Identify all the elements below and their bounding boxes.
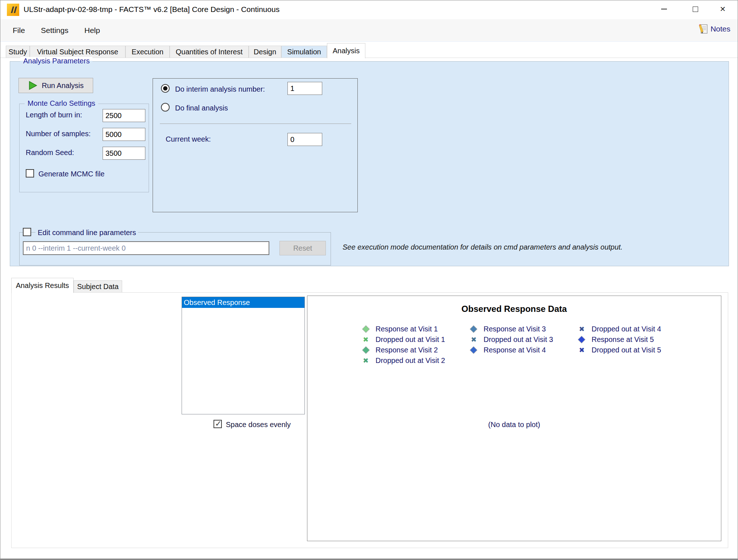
tab-page-border — [0, 58, 738, 58]
menu-settings[interactable]: Settings — [33, 24, 76, 37]
tab-subject-data[interactable]: Subject Data — [74, 280, 122, 293]
legend-label: Dropped out at Visit 3 — [484, 335, 553, 344]
chart-legend: Response at Visit 1 ✖ Dropped out at Vis… — [362, 325, 714, 364]
diamond-marker-icon — [470, 348, 478, 352]
space-doses-checkbox[interactable] — [213, 420, 222, 428]
random-seed-input[interactable] — [103, 147, 145, 160]
num-samples-input[interactable] — [103, 128, 145, 141]
interim-analysis-radio[interactable] — [161, 84, 170, 93]
tab-execution[interactable]: Execution — [125, 46, 170, 58]
diamond-marker-icon — [578, 337, 586, 342]
x-marker-icon: ✖ — [362, 357, 370, 364]
legend-label: Response at Visit 1 — [376, 325, 438, 333]
maximize-button[interactable] — [684, 0, 706, 18]
diamond-marker-icon — [362, 348, 370, 352]
cmdline-input[interactable] — [23, 241, 269, 255]
tab-design[interactable]: Design — [249, 46, 281, 58]
current-week-label: Current week: — [166, 135, 211, 143]
analysis-mode-panel — [153, 78, 358, 212]
run-analysis-label: Run Analysis — [42, 82, 84, 90]
x-marker-icon: ✖ — [470, 336, 478, 343]
mode-separator — [160, 124, 351, 124]
random-seed-label: Random Seed: — [26, 149, 74, 157]
observed-response-chart: Observed Response Data Response at Visit… — [307, 296, 721, 541]
legend-item: ✖ Dropped out at Visit 3 — [470, 335, 553, 343]
generate-mcmc-label: Generate MCMC file — [38, 170, 104, 178]
legend-item: ✖ Dropped out at Visit 2 — [362, 356, 445, 364]
x-marker-icon: ✖ — [578, 326, 586, 333]
reset-button[interactable]: Reset — [279, 241, 326, 255]
no-data-message: (No data to plot) — [307, 421, 721, 429]
legend-item: Response at Visit 5 — [578, 335, 661, 343]
space-doses-label: Space doses evenly — [226, 421, 291, 429]
current-week-input[interactable] — [287, 133, 322, 146]
results-listbox[interactable]: Observed Response — [182, 297, 305, 414]
reset-label: Reset — [293, 244, 312, 252]
menu-file[interactable]: File — [5, 24, 33, 37]
legend-label: Dropped out at Visit 4 — [592, 325, 661, 333]
window-title: ULStr-adapt-pv-02-98-tmp - FACTS™ v6.2 [… — [24, 5, 279, 14]
legend-column-3: ✖ Dropped out at Visit 4 Response at Vis… — [578, 325, 661, 364]
legend-item: Response at Visit 3 — [470, 325, 553, 333]
close-button[interactable]: ✕ — [712, 0, 734, 18]
tab-analysis-results[interactable]: Analysis Results — [11, 278, 74, 293]
tab-study[interactable]: Study — [6, 46, 30, 58]
list-item-observed-response[interactable]: Observed Response — [182, 297, 304, 308]
run-analysis-button[interactable]: Run Analysis — [18, 78, 93, 93]
notes-button[interactable]: Notes — [698, 24, 730, 34]
edit-cmdline-checkbox[interactable] — [23, 228, 31, 236]
burn-in-label: Length of burn in: — [26, 111, 82, 119]
legend-item: Response at Visit 4 — [470, 346, 553, 354]
legend-label: Response at Visit 5 — [592, 335, 654, 344]
tab-simulation[interactable]: Simulation — [281, 46, 327, 58]
x-marker-icon: ✖ — [362, 336, 370, 343]
notes-label: Notes — [710, 25, 730, 33]
analysis-parameters-label: Analysis Parameters — [20, 57, 92, 65]
tab-analysis[interactable]: Analysis — [327, 43, 365, 58]
diamond-marker-icon — [362, 327, 370, 331]
legend-label: Response at Visit 4 — [484, 346, 546, 354]
generate-mcmc-checkbox[interactable] — [26, 169, 34, 177]
legend-item: Response at Visit 1 — [362, 325, 445, 333]
application-window: ULStr-adapt-pv-02-98-tmp - FACTS™ v6.2 [… — [0, 0, 738, 560]
legend-label: Dropped out at Visit 1 — [376, 335, 445, 344]
legend-label: Response at Visit 2 — [376, 346, 438, 354]
menu-help[interactable]: Help — [76, 24, 108, 37]
x-marker-icon: ✖ — [578, 347, 586, 354]
interim-number-input[interactable] — [287, 82, 322, 95]
maximize-icon — [693, 7, 698, 12]
burn-in-input[interactable] — [103, 109, 145, 122]
final-analysis-radio[interactable] — [161, 103, 170, 112]
legend-label: Response at Visit 3 — [484, 325, 546, 333]
edit-cmdline-label: Edit command line parameters — [36, 229, 138, 237]
legend-label: Dropped out at Visit 2 — [376, 356, 445, 365]
play-icon — [28, 81, 37, 90]
legend-item: Response at Visit 2 — [362, 346, 445, 354]
tab-virtual-subject-response[interactable]: Virtual Subject Response — [30, 46, 125, 58]
menu-bar: File Settings Help Notes — [0, 19, 738, 42]
chart-title: Observed Response Data — [307, 304, 721, 314]
num-samples-label: Number of samples: — [26, 130, 91, 138]
cmdline-note: See execution mode documentation for det… — [343, 243, 623, 251]
legend-item: ✖ Dropped out at Visit 4 — [578, 325, 661, 333]
notes-notepad-icon — [698, 24, 708, 34]
interim-analysis-label: Do interim analysis number: — [175, 85, 265, 93]
legend-item: ✖ Dropped out at Visit 1 — [362, 335, 445, 343]
minimize-icon — [661, 9, 667, 9]
legend-label: Dropped out at Visit 5 — [592, 346, 661, 354]
diamond-marker-icon — [470, 327, 478, 331]
tab-quantities-of-interest[interactable]: Quantities of Interest — [170, 46, 249, 58]
legend-column-2: Response at Visit 3 ✖ Dropped out at Vis… — [470, 325, 553, 364]
app-logo-icon — [7, 4, 19, 16]
legend-column-1: Response at Visit 1 ✖ Dropped out at Vis… — [362, 325, 445, 364]
minimize-button[interactable] — [653, 0, 675, 18]
final-analysis-label: Do final analysis — [175, 104, 228, 112]
legend-item: ✖ Dropped out at Visit 5 — [578, 346, 661, 354]
title-bar: ULStr-adapt-pv-02-98-tmp - FACTS™ v6.2 [… — [0, 0, 738, 19]
close-icon: ✕ — [720, 5, 726, 13]
monte-carlo-label: Monte Carlo Settings — [25, 99, 98, 108]
main-tab-strip: Study Virtual Subject Response Execution… — [0, 43, 738, 58]
